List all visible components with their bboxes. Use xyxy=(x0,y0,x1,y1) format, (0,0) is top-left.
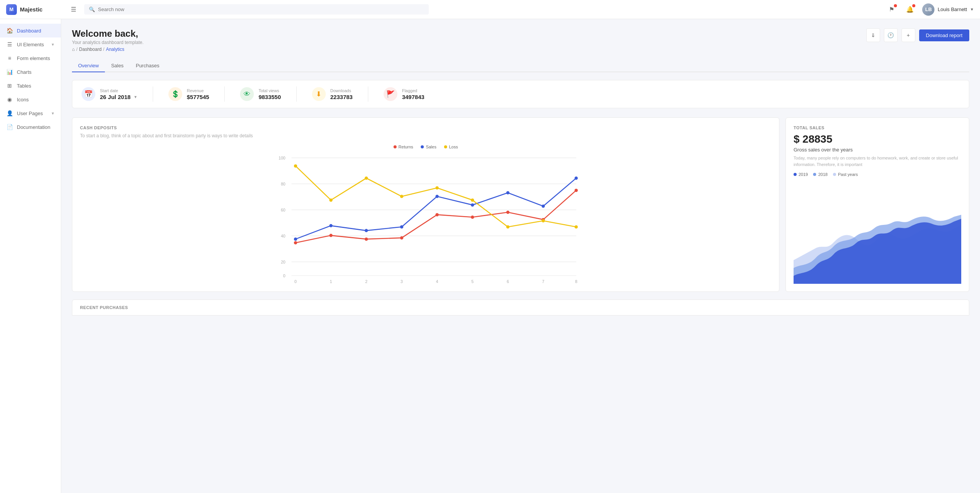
ui-elements-icon: ☰ xyxy=(6,41,13,47)
search-input[interactable] xyxy=(98,7,424,12)
svg-point-43 xyxy=(436,186,439,190)
download-report-button[interactable]: Download report xyxy=(919,29,969,41)
legend-loss: Loss xyxy=(444,145,458,149)
svg-text:1: 1 xyxy=(330,279,332,284)
stat-divider xyxy=(224,86,225,102)
flagged-icon: 🚩 xyxy=(384,87,397,101)
recent-purchases-section: RECENT PURCHASES xyxy=(72,299,969,316)
sidebar: 🏠 Dashboard ☰ UI Elements ▼ ≡ Form eleme… xyxy=(0,19,61,493)
total-sales-value: $ 28835 xyxy=(794,133,961,145)
chevron-down-icon: ▼ xyxy=(134,95,137,99)
home-icon: 🏠 xyxy=(6,28,13,34)
svg-point-25 xyxy=(436,213,439,216)
tab-overview[interactable]: Overview xyxy=(72,60,105,72)
returns-dot xyxy=(394,145,397,148)
chevron-down-icon: ▼ xyxy=(970,7,974,11)
line-chart-area: 100 80 60 40 20 0 0 1 2 3 4 5 6 xyxy=(80,154,771,284)
sidebar-item-label: Dashboard xyxy=(17,28,55,34)
sidebar-item-form-elements[interactable]: ≡ Form elements xyxy=(0,51,61,65)
total-sales-description: Today, many people rely on computers to … xyxy=(794,155,961,168)
legend-returns-label: Returns xyxy=(399,145,413,149)
svg-point-39 xyxy=(294,164,297,168)
calendar-icon: 📅 xyxy=(82,87,95,101)
breadcrumb: ⌂ / Dashboard / Analytics xyxy=(72,47,144,52)
svg-point-27 xyxy=(506,211,510,214)
legend-sales-label: Sales xyxy=(426,145,436,149)
svg-point-36 xyxy=(506,191,510,195)
sidebar-item-documentation[interactable]: 📄 Documentation xyxy=(0,120,61,134)
svg-text:0: 0 xyxy=(283,273,286,278)
clock-icon: 🕐 xyxy=(887,32,894,38)
stat-flagged: 🚩 Flagged 3497843 xyxy=(384,87,424,101)
svg-point-29 xyxy=(575,189,578,192)
svg-point-24 xyxy=(400,236,403,240)
sidebar-item-icons[interactable]: ◉ Icons xyxy=(0,93,61,106)
sidebar-item-label: Documentation xyxy=(17,124,55,130)
notifications-badge xyxy=(912,4,915,7)
svg-text:60: 60 xyxy=(281,208,286,212)
total-sales-title: TOTAL SALES xyxy=(794,125,961,130)
svg-point-40 xyxy=(329,199,333,202)
add-icon-button[interactable]: + xyxy=(902,28,915,42)
messages-button[interactable]: ⚑ xyxy=(885,3,898,16)
sidebar-item-charts[interactable]: 📊 Charts xyxy=(0,65,61,79)
start-date-value[interactable]: 26 Jul 2018 ▼ xyxy=(100,94,137,100)
svg-text:6: 6 xyxy=(507,279,509,284)
svg-point-47 xyxy=(575,225,578,229)
legend-past-years-label: Past years xyxy=(838,172,858,177)
tab-sales[interactable]: Sales xyxy=(105,60,130,72)
icons-icon: ◉ xyxy=(6,96,13,103)
home-breadcrumb-icon: ⌂ xyxy=(72,47,75,52)
legend-2019-label: 2019 xyxy=(799,172,808,177)
svg-text:20: 20 xyxy=(281,260,286,264)
messages-badge xyxy=(894,4,897,7)
stat-views: 👁 Total views 9833550 xyxy=(240,87,281,101)
chevron-right-icon: ▼ xyxy=(51,111,55,116)
area-chart-area xyxy=(794,181,961,284)
svg-point-35 xyxy=(471,203,474,207)
svg-text:0: 0 xyxy=(294,279,297,284)
sidebar-item-tables[interactable]: ⊞ Tables xyxy=(0,79,61,93)
svg-point-37 xyxy=(542,205,545,208)
revenue-label: Revenue xyxy=(187,88,209,93)
user-area[interactable]: LB Louis Barnett ▼ xyxy=(922,3,974,16)
tables-icon: ⊞ xyxy=(6,83,13,89)
sidebar-item-label: UI Elements xyxy=(17,42,47,47)
stat-start-date: 📅 Start date 26 Jul 2018 ▼ xyxy=(82,87,137,101)
clock-icon-button[interactable]: 🕐 xyxy=(884,28,898,42)
sidebar-item-dashboard[interactable]: 🏠 Dashboard xyxy=(0,24,61,37)
breadcrumb-dashboard[interactable]: Dashboard xyxy=(79,47,102,52)
topnav: M Majestic ☰ 🔍 ⚑ 🔔 LB Louis Barnett ▼ xyxy=(0,0,980,19)
sidebar-item-ui-elements[interactable]: ☰ UI Elements ▼ xyxy=(0,37,61,51)
cash-deposits-subtitle: To start a blog, think of a topic about … xyxy=(80,133,771,138)
views-value: 9833550 xyxy=(258,94,281,100)
loss-dot xyxy=(444,145,447,148)
notifications-button[interactable]: 🔔 xyxy=(904,3,916,16)
search-bar[interactable]: 🔍 xyxy=(84,4,429,15)
svg-point-42 xyxy=(400,195,403,198)
svg-point-23 xyxy=(365,238,368,241)
hamburger-button[interactable]: ☰ xyxy=(67,3,80,16)
dot-past-years xyxy=(833,173,836,176)
legend-past-years: Past years xyxy=(833,172,858,177)
svg-text:8: 8 xyxy=(575,279,577,284)
topnav-right: ⚑ 🔔 LB Louis Barnett ▼ xyxy=(885,3,974,16)
page-subtitle: Your analytics dashboard template. xyxy=(72,40,144,45)
downloads-icon: ⬇ xyxy=(312,87,326,101)
svg-text:2: 2 xyxy=(365,279,368,284)
sidebar-item-user-pages[interactable]: 👤 User Pages ▼ xyxy=(0,106,61,120)
sidebar-item-label: Icons xyxy=(17,97,55,103)
sidebar-item-label: Tables xyxy=(17,83,55,89)
svg-text:3: 3 xyxy=(400,279,403,284)
revenue-icon: 💲 xyxy=(168,87,182,101)
svg-point-41 xyxy=(365,177,368,180)
chevron-right-icon: ▼ xyxy=(51,42,55,47)
tabs: Overview Sales Purchases xyxy=(72,60,969,72)
views-icon: 👁 xyxy=(240,87,254,101)
download-icon-button[interactable]: ⇓ xyxy=(866,28,880,42)
tab-purchases[interactable]: Purchases xyxy=(130,60,165,72)
stat-revenue: 💲 Revenue $577545 xyxy=(168,87,209,101)
username: Louis Barnett xyxy=(938,7,967,12)
stat-downloads: ⬇ Downloads 2233783 xyxy=(312,87,353,101)
sidebar-item-label: Charts xyxy=(17,69,55,75)
